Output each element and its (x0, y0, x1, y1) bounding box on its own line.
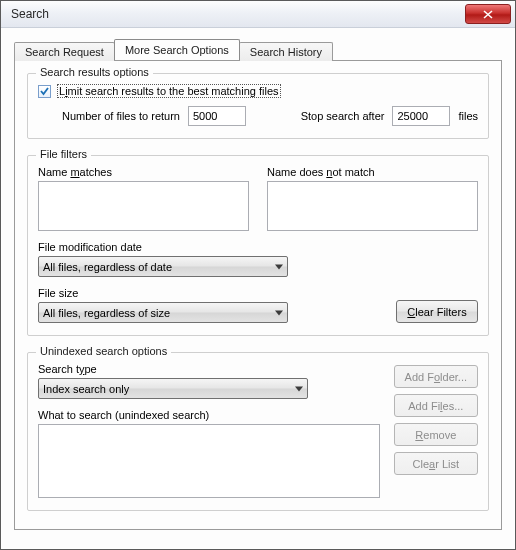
close-icon (483, 10, 493, 19)
mod-date-label: File modification date (38, 241, 478, 253)
what-to-search-label: What to search (unindexed search) (38, 409, 380, 421)
group-title: Unindexed search options (36, 345, 171, 357)
what-to-search-list[interactable] (38, 424, 380, 498)
remove-button[interactable]: Remove (394, 423, 478, 446)
titlebar: Search (1, 1, 515, 28)
group-search-results-options: Search results options Limit search resu… (27, 73, 489, 139)
file-size-combo[interactable]: All files, regardless of size (38, 302, 288, 323)
chevron-down-icon (295, 386, 303, 391)
tabstrip: Search Request More Search Options Searc… (14, 38, 502, 60)
file-size-label: File size (38, 287, 288, 299)
add-files-button[interactable]: Add Files... (394, 394, 478, 417)
checkmark-icon (39, 86, 50, 97)
clear-filters-button[interactable]: Clear Filters (396, 300, 478, 323)
group-unindexed-search-options: Unindexed search options Search type Ind… (27, 352, 489, 511)
window-title: Search (11, 7, 465, 21)
chevron-down-icon (275, 310, 283, 315)
search-type-label: Search type (38, 363, 380, 375)
group-title: File filters (36, 148, 91, 160)
client-area: Search Request More Search Options Searc… (2, 28, 514, 548)
name-matches-input[interactable] (38, 181, 249, 231)
tab-panel: Search results options Limit search resu… (14, 60, 502, 530)
group-file-filters: File filters Name matches Name does not … (27, 155, 489, 336)
add-folder-button[interactable]: Add Folder... (394, 365, 478, 388)
tab-search-request[interactable]: Search Request (14, 42, 115, 61)
tab-more-search-options[interactable]: More Search Options (114, 39, 240, 60)
limit-results-checkbox[interactable] (38, 85, 51, 98)
limit-results-label: Limit search results to the best matchin… (57, 84, 281, 98)
mod-date-value: All files, regardless of date (43, 261, 172, 273)
stop-after-input[interactable] (392, 106, 450, 126)
mod-date-combo[interactable]: All files, regardless of date (38, 256, 288, 277)
search-type-combo[interactable]: Index search only (38, 378, 308, 399)
search-dialog: Search Search Request More Search Option… (0, 0, 516, 550)
file-size-value: All files, regardless of size (43, 307, 170, 319)
num-files-label: Number of files to return (62, 110, 180, 122)
group-title: Search results options (36, 66, 153, 78)
files-unit-label: files (458, 110, 478, 122)
search-type-value: Index search only (43, 383, 129, 395)
chevron-down-icon (275, 264, 283, 269)
name-not-match-input[interactable] (267, 181, 478, 231)
name-not-match-label: Name does not match (267, 166, 478, 178)
clear-list-button[interactable]: Clear List (394, 452, 478, 475)
num-files-input[interactable] (188, 106, 246, 126)
name-matches-label: Name matches (38, 166, 249, 178)
stop-after-label: Stop search after (301, 110, 385, 122)
close-button[interactable] (465, 4, 511, 24)
tab-search-history[interactable]: Search History (239, 42, 333, 61)
